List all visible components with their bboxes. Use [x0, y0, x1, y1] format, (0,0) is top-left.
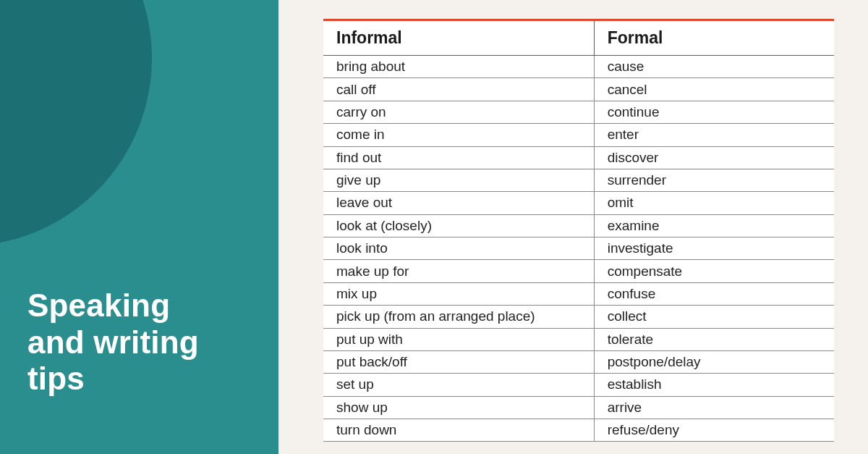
cell-informal: mix up: [323, 282, 594, 305]
cell-formal: omit: [594, 192, 834, 214]
table-row: give upsurrender: [323, 169, 834, 191]
table-row: look intoinvestigate: [323, 237, 834, 260]
table-header-row: Informal Formal: [323, 21, 834, 56]
cell-informal: put back/off: [323, 350, 594, 373]
table-row: show uparrive: [323, 396, 834, 419]
cell-informal: call off: [323, 78, 594, 101]
vocabulary-table-container: Informal Formal bring aboutcausecall off…: [323, 19, 834, 442]
cell-formal: surrender: [594, 169, 834, 191]
cell-formal: collect: [594, 306, 834, 328]
cell-informal: pick up (from an arranged place): [323, 306, 594, 328]
cell-informal: come in: [323, 124, 594, 146]
cell-formal: establish: [594, 374, 834, 396]
cell-informal: look at (closely): [323, 214, 594, 237]
cell-informal: carry on: [323, 101, 594, 123]
cell-formal: confuse: [594, 282, 834, 305]
title-line: and writing: [27, 324, 199, 360]
cell-formal: compensate: [594, 260, 834, 282]
table-row: carry oncontinue: [323, 101, 834, 123]
title-line: tips: [27, 361, 85, 396]
table-row: set upestablish: [323, 374, 834, 396]
table-row: put back/offpostpone/delay: [323, 350, 834, 373]
cell-formal: postpone/delay: [594, 350, 834, 373]
sidebar-panel: Speaking and writing tips: [0, 0, 278, 454]
cell-informal: show up: [323, 396, 594, 419]
cell-informal: turn down: [323, 419, 594, 442]
cell-formal: arrive: [594, 396, 834, 419]
table-row: pick up (from an arranged place)collect: [323, 306, 834, 328]
cell-formal: cause: [594, 56, 834, 78]
cell-formal: cancel: [594, 78, 834, 101]
cell-informal: look into: [323, 237, 594, 260]
title-line: Speaking: [27, 287, 170, 323]
cell-informal: leave out: [323, 192, 594, 214]
table-row: leave outomit: [323, 192, 834, 214]
header-formal: Formal: [594, 21, 834, 56]
table-row: make up forcompensate: [323, 260, 834, 282]
table-row: come inenter: [323, 124, 834, 146]
cell-formal: tolerate: [594, 328, 834, 350]
page-title: Speaking and writing tips: [27, 287, 199, 398]
cell-formal: investigate: [594, 237, 834, 260]
table-row: mix upconfuse: [323, 282, 834, 305]
table-row: bring aboutcause: [323, 56, 834, 78]
cell-informal: find out: [323, 146, 594, 169]
cell-formal: refuse/deny: [594, 419, 834, 442]
cell-formal: continue: [594, 101, 834, 123]
cell-formal: examine: [594, 214, 834, 237]
cell-informal: make up for: [323, 260, 594, 282]
cell-informal: bring about: [323, 56, 594, 78]
table-row: call offcancel: [323, 78, 834, 101]
decorative-arc: [0, 0, 152, 246]
table-row: put up withtolerate: [323, 328, 834, 350]
table-row: find outdiscover: [323, 146, 834, 169]
table-row: look at (closely)examine: [323, 214, 834, 237]
cell-informal: put up with: [323, 328, 594, 350]
cell-formal: discover: [594, 146, 834, 169]
cell-formal: enter: [594, 124, 834, 146]
cell-informal: set up: [323, 374, 594, 396]
cell-informal: give up: [323, 169, 594, 191]
table-row: turn downrefuse/deny: [323, 419, 834, 442]
header-informal: Informal: [323, 21, 594, 56]
vocabulary-table: Informal Formal bring aboutcausecall off…: [323, 21, 834, 442]
